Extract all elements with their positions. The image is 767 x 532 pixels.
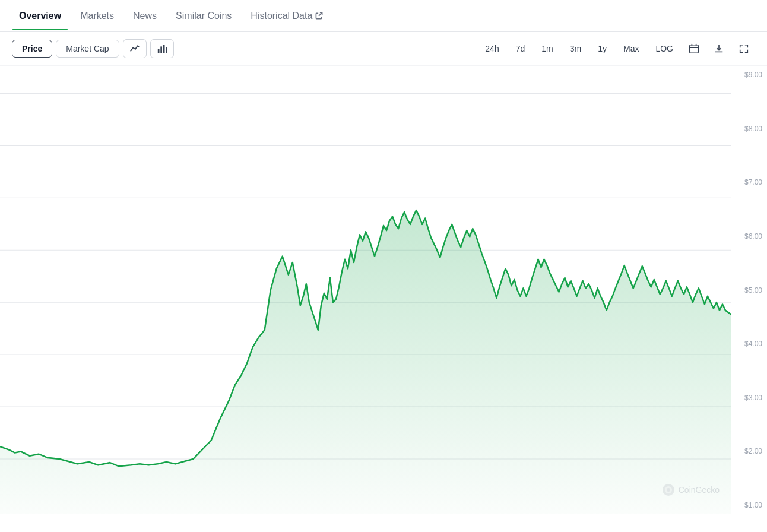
tab-historical-data[interactable]: Historical Data (243, 2, 330, 30)
download-button[interactable] (708, 40, 730, 58)
period-log-button[interactable]: LOG (648, 40, 680, 57)
market-cap-button[interactable]: Market Cap (56, 40, 119, 58)
bar-chart-button[interactable] (150, 39, 174, 58)
y-label-8: $8.00 (731, 125, 767, 133)
tab-navigation: Overview Markets News Similar Coins Hist… (0, 0, 767, 32)
tab-markets[interactable]: Markets (73, 2, 121, 30)
svg-rect-3 (163, 45, 164, 53)
tab-overview[interactable]: Overview (12, 2, 68, 30)
period-button-group: 24h 7d 1m 3m 1y Max LOG (478, 40, 755, 58)
calendar-button[interactable] (683, 40, 705, 58)
period-max-button[interactable]: Max (616, 40, 646, 57)
watermark: CoinGecko (662, 483, 720, 496)
svg-rect-2 (160, 46, 162, 53)
svg-rect-4 (166, 47, 167, 53)
y-label-1: $1.00 (731, 501, 767, 509)
external-link-icon (315, 12, 323, 20)
chart-area: $9.00 $8.00 $7.00 $6.00 $5.00 $4.00 $3.0… (0, 66, 767, 532)
svg-rect-1 (157, 49, 159, 53)
period-3m-button[interactable]: 3m (563, 40, 588, 57)
price-chart (0, 66, 731, 514)
tab-news[interactable]: News (126, 2, 164, 30)
y-label-9: $9.00 (731, 71, 767, 79)
svg-rect-5 (690, 45, 698, 53)
chart-toolbar: Price Market Cap 24h 7d 1m 3m 1y (0, 32, 767, 66)
y-label-6: $6.00 (731, 232, 767, 240)
chart-svg-container (0, 66, 731, 514)
svg-point-19 (667, 488, 670, 492)
y-label-7: $7.00 (731, 178, 767, 186)
y-axis: $9.00 $8.00 $7.00 $6.00 $5.00 $4.00 $3.0… (731, 66, 767, 514)
tab-similar-coins[interactable]: Similar Coins (169, 2, 239, 30)
period-24h-button[interactable]: 24h (478, 40, 506, 57)
price-button[interactable]: Price (12, 40, 52, 58)
chart-fill-area (0, 210, 731, 514)
y-label-5: $5.00 (731, 286, 767, 294)
y-label-2: $2.00 (731, 447, 767, 455)
metric-button-group: Price Market Cap (12, 39, 174, 58)
period-1m-button[interactable]: 1m (534, 40, 560, 57)
main-container: Overview Markets News Similar Coins Hist… (0, 0, 767, 532)
expand-button[interactable] (733, 40, 755, 58)
period-7d-button[interactable]: 7d (509, 40, 533, 57)
watermark-text: CoinGecko (679, 485, 720, 495)
y-label-4: $4.00 (731, 340, 767, 348)
y-label-3: $3.00 (731, 394, 767, 402)
line-chart-button[interactable] (123, 39, 147, 58)
period-1y-button[interactable]: 1y (591, 40, 614, 57)
